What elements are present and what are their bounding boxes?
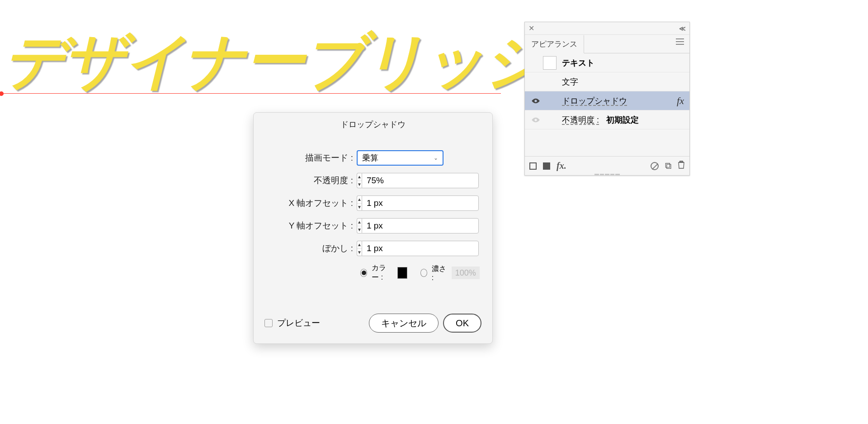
blur-input[interactable] <box>362 241 479 256</box>
add-fill-icon[interactable] <box>543 162 550 170</box>
row-label: ドロップシャドウ <box>562 95 627 106</box>
y-offset-label: Y 軸オフセット : <box>266 220 357 232</box>
opacity-stepper[interactable]: ▲▼ <box>357 173 362 188</box>
fx-badge-icon: fx <box>677 95 684 107</box>
canvas-text: デザイナーブリッジ <box>4 31 543 91</box>
density-radio[interactable] <box>420 269 427 277</box>
preview-checkbox[interactable]: プレビュー <box>264 317 320 329</box>
swatch-thumb <box>543 56 557 70</box>
y-offset-stepper[interactable]: ▲▼ <box>357 218 362 233</box>
blur-stepper[interactable]: ▲▼ <box>357 241 362 256</box>
color-radio[interactable] <box>360 269 367 277</box>
visibility-icon[interactable] <box>528 98 543 104</box>
blend-mode-label: 描画モード : <box>266 152 357 164</box>
preview-label: プレビュー <box>277 317 320 329</box>
duplicate-icon[interactable]: ⧉ <box>665 161 671 171</box>
appearance-row-char[interactable]: 文字 <box>525 72 689 91</box>
drop-shadow-dialog: ドロップシャドウ 描画モード : 乗算 ⌄ 不透明度 : ▲▼ X 軸オフセット… <box>253 112 493 344</box>
row-value: 初期設定 <box>606 114 639 125</box>
clear-appearance-icon[interactable] <box>651 162 659 170</box>
density-label: 濃さ : <box>432 264 447 282</box>
opacity-label: 不透明度 : <box>266 175 357 186</box>
appearance-tab[interactable]: アピアランス <box>525 35 584 53</box>
color-label: カラー : <box>372 263 393 282</box>
blend-mode-select[interactable]: 乗算 ⌄ <box>357 150 443 166</box>
x-offset-label: X 軸オフセット : <box>266 197 357 209</box>
text-baseline-guide <box>0 93 501 94</box>
color-swatch[interactable] <box>397 267 407 279</box>
blend-mode-value: 乗算 <box>362 152 378 163</box>
cancel-button[interactable]: キャンセル <box>369 314 439 333</box>
panel-resize-handle[interactable] <box>594 174 620 176</box>
x-offset-input[interactable] <box>362 195 479 211</box>
panel-collapse-icon[interactable]: ≪ <box>679 25 686 32</box>
y-offset-input[interactable] <box>362 218 479 233</box>
visibility-icon[interactable] <box>528 117 543 123</box>
panel-close-icon[interactable]: ✕ <box>528 24 534 33</box>
chevron-down-icon: ⌄ <box>434 155 438 161</box>
blur-label: ぼかし : <box>266 243 357 254</box>
density-value: 100% <box>452 267 480 279</box>
add-effect-icon[interactable]: fx. <box>557 161 566 171</box>
appearance-panel: ✕ ≪ アピアランス テキスト 文字 ドロップシャドウ fx <box>524 22 690 176</box>
checkbox-icon <box>264 319 273 327</box>
x-offset-stepper[interactable]: ▲▼ <box>357 195 362 211</box>
add-stroke-icon[interactable] <box>529 162 537 170</box>
row-label: テキスト <box>562 57 594 68</box>
appearance-row-opacity[interactable]: 不透明度 : 初期設定 <box>525 110 689 129</box>
panel-menu-icon[interactable] <box>670 35 689 53</box>
row-label: 不透明度 : <box>562 114 599 125</box>
appearance-row-text[interactable]: テキスト <box>525 53 689 72</box>
trash-icon[interactable] <box>678 161 685 171</box>
ok-button[interactable]: OK <box>443 314 481 333</box>
dialog-title: ドロップシャドウ <box>254 113 492 137</box>
appearance-row-dropshadow[interactable]: ドロップシャドウ fx <box>525 91 689 110</box>
row-label: 文字 <box>562 76 578 87</box>
opacity-input[interactable] <box>362 173 479 188</box>
